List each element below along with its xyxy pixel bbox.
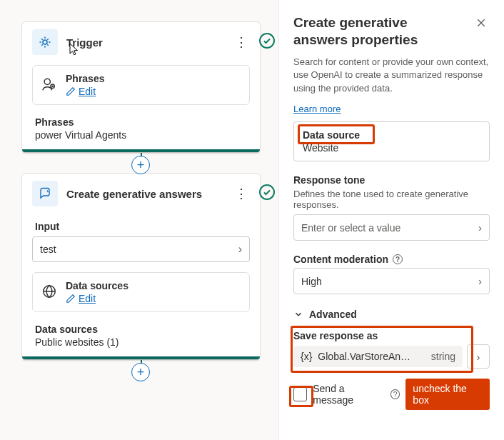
- send-message-row: Send a message ? uncheck the box: [293, 379, 490, 410]
- add-step-button[interactable]: +: [131, 363, 150, 381]
- moderation-select[interactable]: High ›: [293, 268, 490, 294]
- tone-select[interactable]: Enter or select a value ›: [293, 214, 490, 241]
- ds-edit-link[interactable]: Edit: [66, 293, 128, 304]
- chevron-down-icon: [293, 309, 303, 319]
- phrases-label: Phrases: [66, 73, 104, 84]
- svg-point-5: [260, 185, 274, 199]
- send-message-checkbox[interactable]: [293, 387, 307, 401]
- close-icon: [475, 17, 487, 29]
- input-label: Input: [22, 214, 260, 236]
- chevron-right-icon: ›: [477, 351, 480, 363]
- tone-desc: Defines the tone used to create generati…: [293, 189, 490, 210]
- edit-text: Edit: [79, 293, 96, 304]
- data-source-box[interactable]: Data source Website: [293, 121, 490, 161]
- input-value: test: [40, 244, 56, 255]
- tone-placeholder: Enter or select a value: [301, 222, 400, 234]
- close-button[interactable]: [473, 14, 490, 35]
- advanced-label: Advanced: [309, 309, 357, 320]
- gen-header: Create generative answers ⋮: [22, 174, 260, 214]
- properties-panel: Create generative answers properties Sea…: [278, 0, 504, 440]
- node-accent: [22, 149, 260, 152]
- add-step-button[interactable]: +: [131, 156, 150, 174]
- panel-title: Create generative answers properties: [293, 14, 465, 49]
- panel-description: Search for content or provide your own c…: [293, 56, 490, 96]
- check-circle-icon: [258, 184, 276, 201]
- datasources-card[interactable]: Data sources Edit: [32, 272, 250, 312]
- trigger-node[interactable]: Trigger ⋮ Phrases Edit Phrases power Vir…: [21, 21, 261, 153]
- trigger-footer: Phrases power Virtual Agents: [22, 114, 260, 149]
- panel-header: Create generative answers properties: [293, 14, 490, 49]
- phrases-card[interactable]: Phrases Edit: [32, 65, 250, 105]
- response-tone-section: Response tone Defines the tone used to c…: [293, 174, 490, 241]
- variable-name: Global.VarStoreAn…: [318, 351, 410, 362]
- help-icon[interactable]: ?: [390, 389, 400, 399]
- send-message-label: Send a message: [313, 383, 385, 406]
- data-source-label: Data source: [303, 129, 360, 141]
- gen-title: Create generative answers: [66, 188, 224, 200]
- sparkle-chat-icon: [32, 181, 58, 206]
- data-source-value: Website: [303, 142, 338, 154]
- gen-footer-value: Public websites (1): [35, 336, 247, 348]
- advanced-toggle[interactable]: Advanced: [293, 309, 490, 320]
- chevron-right-icon: ›: [478, 221, 482, 234]
- connector: +: [141, 360, 142, 381]
- ds-label: Data sources: [66, 280, 128, 291]
- variable-picker-button[interactable]: ›: [467, 344, 490, 369]
- phrases-icon: [41, 76, 57, 94]
- moderation-label: Content moderation: [293, 254, 388, 265]
- help-icon[interactable]: ?: [393, 254, 403, 264]
- moderation-section: Content moderation ? High ›: [293, 254, 490, 294]
- connector: +: [141, 153, 142, 173]
- trigger-icon: [32, 29, 58, 55]
- globe-icon: [41, 284, 57, 301]
- pencil-icon: [66, 86, 76, 96]
- gen-footer: Data sources Public websites (1): [22, 321, 260, 356]
- check-circle-icon: [258, 32, 276, 49]
- variable-type: string: [425, 351, 455, 362]
- variable-icon: {x}: [301, 351, 312, 362]
- trigger-footer-label: Phrases: [35, 116, 247, 128]
- trigger-more-button[interactable]: ⋮: [233, 34, 250, 51]
- pencil-icon: [66, 294, 76, 304]
- variable-pill[interactable]: {x} Global.VarStoreAn… string: [293, 346, 463, 367]
- chevron-right-icon: ›: [238, 243, 242, 256]
- moderation-value: High: [301, 276, 322, 287]
- annotation-badge: uncheck the box: [405, 379, 490, 410]
- edit-text: Edit: [79, 86, 96, 97]
- gen-footer-label: Data sources: [35, 324, 247, 335]
- trigger-title: Trigger: [66, 36, 224, 49]
- node-accent: [22, 356, 260, 359]
- save-as-label: Save response as: [293, 330, 490, 341]
- learn-more-link[interactable]: Learn more: [293, 104, 341, 114]
- gen-more-button[interactable]: ⋮: [233, 185, 250, 202]
- svg-point-0: [43, 40, 47, 44]
- ds-body: Data sources Edit: [66, 280, 128, 304]
- flow-canvas: Trigger ⋮ Phrases Edit Phrases power Vir…: [0, 0, 278, 440]
- phrases-body: Phrases Edit: [66, 73, 104, 97]
- trigger-footer-value: power Virtual Agents: [35, 129, 247, 141]
- gen-answers-node[interactable]: Create generative answers ⋮ Input test ›…: [21, 173, 261, 360]
- phrases-edit-link[interactable]: Edit: [66, 86, 104, 97]
- save-response-section: Save response as {x} Global.VarStoreAn… …: [293, 330, 490, 369]
- input-field[interactable]: test ›: [32, 236, 250, 262]
- trigger-header: Trigger ⋮: [22, 22, 260, 62]
- tone-label: Response tone: [293, 174, 490, 186]
- chevron-right-icon: ›: [478, 275, 482, 287]
- svg-point-1: [44, 79, 50, 84]
- svg-point-3: [260, 34, 274, 48]
